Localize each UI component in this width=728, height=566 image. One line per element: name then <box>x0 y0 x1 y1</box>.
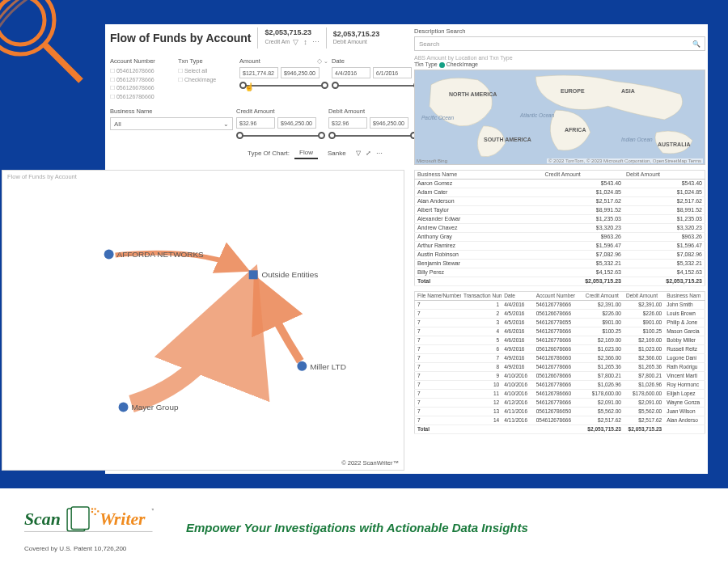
svg-line-2 <box>45 45 81 81</box>
left-panel: Flow of Funds by Account $2,053,715.23 C… <box>110 27 409 159</box>
table-row[interactable]: 744/6/2016546126778666$100.25$100.25Maso… <box>415 327 705 336</box>
filter-credit[interactable]: Credit Amount <box>236 108 325 141</box>
filter-business[interactable]: Business Name All ⌄ <box>110 108 233 141</box>
focus-icon[interactable]: ⤢ <box>366 150 371 157</box>
node-miller: Miller LTD <box>310 362 346 371</box>
search-input[interactable]: Search 🔍 <box>414 36 705 51</box>
cursor-hand-icon: ☝ <box>244 82 254 91</box>
table-row[interactable]: 7134/11/2016056126786650$5,562.00$5,562.… <box>415 407 705 416</box>
svg-text:Writer: Writer <box>99 509 146 528</box>
table-row[interactable]: 754/6/2016546126778666$2,169.00$2,169.00… <box>415 336 705 344</box>
node-mayer: Mayer Group <box>131 403 178 412</box>
chart-copyright: © 2022 ScanWriter™ <box>341 459 399 467</box>
date-to-input[interactable] <box>373 67 412 78</box>
amount-min-input[interactable] <box>239 67 278 78</box>
footer-tagline: Empower Your Investigations with Actiona… <box>186 521 528 534</box>
table-row[interactable]: 7114/10/2016546126786660$178,600.00$178,… <box>415 389 705 398</box>
business-dropdown[interactable]: All ⌄ <box>110 117 233 130</box>
svg-rect-4 <box>249 270 258 279</box>
table-row[interactable]: 794/10/2016056126678666$7,800.21$7,800.2… <box>415 371 705 380</box>
page-title: Flow of Funds by Account <box>110 32 251 44</box>
table-row[interactable]: Billy Perez$4,152.63$4,152.63 <box>415 268 705 277</box>
svg-rect-10 <box>71 506 89 529</box>
detail-table[interactable]: File Name/Number Transaction Number Date… <box>414 291 705 434</box>
filter-date[interactable]: Date⌄ <box>332 57 421 101</box>
table-row[interactable]: 774/9/2016546126786660$2,366.00$2,366.00… <box>415 353 705 362</box>
table-row[interactable]: 7144/11/2016054612678666$2,517.62$2,517.… <box>415 416 705 424</box>
filter-amount[interactable]: Amount ◇ ⌄ ☝ <box>239 57 328 101</box>
filter-icon[interactable]: ▽ <box>293 39 298 47</box>
patent-text: Covered by U.S. Patent 10,726,200 <box>24 545 178 552</box>
svg-rect-15 <box>95 513 96 514</box>
node-outside: Outside Entities <box>262 270 319 279</box>
tab-sankey[interactable]: Sanke <box>323 148 351 159</box>
svg-rect-12 <box>95 508 96 509</box>
chart-type-selector: Type Of Chart: Flow Sanke ▽ ⤢ ⋯ <box>110 147 409 159</box>
drill-icon[interactable]: ↕ <box>303 39 307 47</box>
summary-table[interactable]: Business Name Credit Amount Debit Amount… <box>414 170 705 286</box>
right-panel: Description Search Search 🔍 ABS Amount b… <box>414 27 705 434</box>
brand-writer: Writer <box>99 509 146 528</box>
table-row[interactable]: Albert Taylor$8,991.52$8,991.52 <box>415 205 705 214</box>
svg-rect-13 <box>91 511 93 513</box>
filter-txn-type[interactable]: Txn Type Select all CheckImage <box>178 57 236 101</box>
amount-slider[interactable]: ☝ <box>239 81 328 91</box>
flow-chart[interactable]: Flow of Funds by Account AFFORDA NETWORK… <box>2 170 404 471</box>
chevron-down-icon: ⌄ <box>223 120 229 128</box>
debit-min-input[interactable] <box>328 117 367 129</box>
brand-logo: Scan Writer ™ Covered by U.S. Patent 10,… <box>24 503 178 552</box>
map-heading: ABS Amount by Location and Txn Type <box>414 55 705 61</box>
more-icon[interactable]: ⋯ <box>376 150 383 157</box>
kpi-credit: $2,053,715.23 Credit Am ▽ ↕ ⋯ <box>265 29 319 47</box>
svg-rect-11 <box>91 508 93 509</box>
debit-slider[interactable] <box>328 131 417 141</box>
table-row[interactable]: 7104/10/2016546126778666$1,026.96$1,026.… <box>415 380 705 389</box>
debit-max-input[interactable] <box>370 117 408 129</box>
date-slider[interactable] <box>332 81 421 91</box>
filter-account[interactable]: Account Number 054612678666 056126778666… <box>110 57 175 101</box>
footer-bar: Scan Writer ™ Covered by U.S. Patent 10,… <box>0 488 728 566</box>
table-row[interactable]: Alexander Edwar$1,235.03$1,235.03 <box>415 214 705 223</box>
credit-slider[interactable] <box>236 131 325 141</box>
date-from-input[interactable] <box>332 67 370 78</box>
table-row[interactable]: Andrew Chavez$3,320.23$3,320.23 <box>415 223 705 232</box>
svg-point-1 <box>0 0 44 44</box>
kpi-debit: $2,053,715.23 Debit Amount <box>333 31 380 45</box>
table-row[interactable]: 7124/12/2016546126778666$2,091.00$2,091.… <box>415 398 705 407</box>
more-icon[interactable]: ⋯ <box>312 39 320 47</box>
svg-text:™: ™ <box>151 507 154 512</box>
svg-rect-14 <box>97 510 99 512</box>
table-row[interactable]: 714/4/2016546126778666$2,391.00$2,391.00… <box>415 300 705 309</box>
svg-text:Scan: Scan <box>24 509 61 528</box>
corner-decoration <box>0 0 105 105</box>
credit-min-input[interactable] <box>236 117 275 129</box>
world-map[interactable]: NORTH AMERICA EUROPE ASIA SOUTH AMERICA … <box>414 70 705 165</box>
table-row[interactable]: Alan Anderson$2,517.62$2,517.62 <box>415 196 705 205</box>
filter-icon[interactable]: ▽ <box>356 150 361 157</box>
tab-flow[interactable]: Flow <box>294 147 318 159</box>
map-legend: Txn Type CheckImage <box>414 61 705 68</box>
credit-max-input[interactable] <box>277 117 316 129</box>
table-row[interactable]: Austin Robinson$7,082.96$7,082.96 <box>415 250 705 259</box>
table-row[interactable]: Anthony Gray$963.26$963.26 <box>415 232 705 241</box>
svg-point-5 <box>297 361 307 371</box>
search-label: Description Search <box>414 27 705 35</box>
table-row[interactable]: 764/9/2016056126678666$1,023.00$1,023.00… <box>415 344 705 353</box>
dashboard-app: Flow of Funds by Account $2,053,715.23 C… <box>105 24 708 474</box>
svg-point-6 <box>119 402 129 412</box>
filter-debit[interactable]: Debit Amount <box>328 108 417 141</box>
table-row[interactable]: 734/5/2016546126778655$901.00$901.00Phil… <box>415 318 705 327</box>
eraser-icon[interactable]: ◇ <box>317 57 322 65</box>
brand-scan: Scan <box>24 509 61 528</box>
svg-point-3 <box>104 249 114 259</box>
table-row[interactable]: 784/9/2016546126778666$1,265.36$1,265.36… <box>415 362 705 371</box>
chevron-down-icon[interactable]: ⌄ <box>324 58 328 64</box>
table-row[interactable]: 724/5/2016056126678666$226.00$226.00Loui… <box>415 309 705 318</box>
node-afforda: AFFORDA NETWORKS <box>117 250 204 259</box>
table-row[interactable]: Benjamin Stewar$5,332.21$5,332.21 <box>415 259 705 268</box>
amount-max-input[interactable] <box>281 67 320 78</box>
table-row[interactable]: Aaron Gomez$543.40$543.40 <box>415 179 705 188</box>
search-icon: 🔍 <box>692 40 700 48</box>
table-row[interactable]: Arthur Ramirez$1,596.47$1,596.47 <box>415 241 705 250</box>
table-row[interactable]: Adam Cater$1,024.85$1,024.85 <box>415 188 705 196</box>
